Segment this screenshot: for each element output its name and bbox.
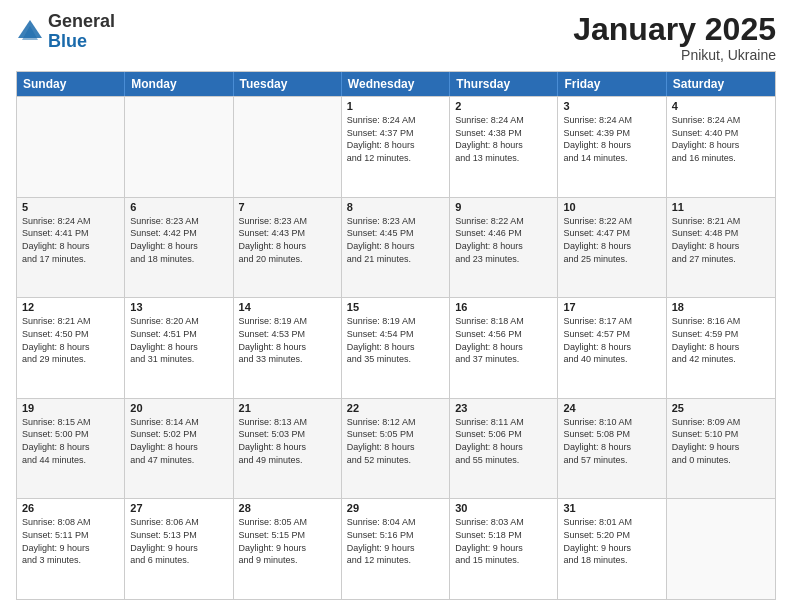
calendar-cell-1: 1Sunrise: 8:24 AM Sunset: 4:37 PM Daylig… xyxy=(342,97,450,197)
day-number: 25 xyxy=(672,402,770,414)
calendar: SundayMondayTuesdayWednesdayThursdayFrid… xyxy=(16,71,776,600)
cell-info: Sunrise: 8:19 AM Sunset: 4:53 PM Dayligh… xyxy=(239,315,336,365)
day-number: 22 xyxy=(347,402,444,414)
month-title: January 2025 xyxy=(573,12,776,47)
cell-info: Sunrise: 8:15 AM Sunset: 5:00 PM Dayligh… xyxy=(22,416,119,466)
calendar-row-2: 12Sunrise: 8:21 AM Sunset: 4:50 PM Dayli… xyxy=(17,297,775,398)
cell-info: Sunrise: 8:13 AM Sunset: 5:03 PM Dayligh… xyxy=(239,416,336,466)
calendar-cell-22: 22Sunrise: 8:12 AM Sunset: 5:05 PM Dayli… xyxy=(342,399,450,499)
calendar-cell-14: 14Sunrise: 8:19 AM Sunset: 4:53 PM Dayli… xyxy=(234,298,342,398)
calendar-cell-30: 30Sunrise: 8:03 AM Sunset: 5:18 PM Dayli… xyxy=(450,499,558,599)
calendar-cell-empty-0 xyxy=(17,97,125,197)
day-number: 31 xyxy=(563,502,660,514)
cell-info: Sunrise: 8:23 AM Sunset: 4:45 PM Dayligh… xyxy=(347,215,444,265)
calendar-cell-21: 21Sunrise: 8:13 AM Sunset: 5:03 PM Dayli… xyxy=(234,399,342,499)
cell-info: Sunrise: 8:10 AM Sunset: 5:08 PM Dayligh… xyxy=(563,416,660,466)
day-number: 6 xyxy=(130,201,227,213)
calendar-row-3: 19Sunrise: 8:15 AM Sunset: 5:00 PM Dayli… xyxy=(17,398,775,499)
header-day-wednesday: Wednesday xyxy=(342,72,450,96)
cell-info: Sunrise: 8:03 AM Sunset: 5:18 PM Dayligh… xyxy=(455,516,552,566)
day-number: 1 xyxy=(347,100,444,112)
header-day-monday: Monday xyxy=(125,72,233,96)
page: General Blue January 2025 Pnikut, Ukrain… xyxy=(0,0,792,612)
header-day-tuesday: Tuesday xyxy=(234,72,342,96)
calendar-cell-31: 31Sunrise: 8:01 AM Sunset: 5:20 PM Dayli… xyxy=(558,499,666,599)
calendar-cell-15: 15Sunrise: 8:19 AM Sunset: 4:54 PM Dayli… xyxy=(342,298,450,398)
calendar-cell-16: 16Sunrise: 8:18 AM Sunset: 4:56 PM Dayli… xyxy=(450,298,558,398)
calendar-cell-4: 4Sunrise: 8:24 AM Sunset: 4:40 PM Daylig… xyxy=(667,97,775,197)
calendar-cell-10: 10Sunrise: 8:22 AM Sunset: 4:47 PM Dayli… xyxy=(558,198,666,298)
day-number: 30 xyxy=(455,502,552,514)
calendar-cell-17: 17Sunrise: 8:17 AM Sunset: 4:57 PM Dayli… xyxy=(558,298,666,398)
day-number: 9 xyxy=(455,201,552,213)
day-number: 8 xyxy=(347,201,444,213)
cell-info: Sunrise: 8:12 AM Sunset: 5:05 PM Dayligh… xyxy=(347,416,444,466)
calendar-cell-empty-1 xyxy=(125,97,233,197)
calendar-cell-24: 24Sunrise: 8:10 AM Sunset: 5:08 PM Dayli… xyxy=(558,399,666,499)
calendar-cell-empty-2 xyxy=(234,97,342,197)
day-number: 13 xyxy=(130,301,227,313)
cell-info: Sunrise: 8:01 AM Sunset: 5:20 PM Dayligh… xyxy=(563,516,660,566)
day-number: 18 xyxy=(672,301,770,313)
cell-info: Sunrise: 8:18 AM Sunset: 4:56 PM Dayligh… xyxy=(455,315,552,365)
cell-info: Sunrise: 8:16 AM Sunset: 4:59 PM Dayligh… xyxy=(672,315,770,365)
cell-info: Sunrise: 8:24 AM Sunset: 4:41 PM Dayligh… xyxy=(22,215,119,265)
cell-info: Sunrise: 8:22 AM Sunset: 4:47 PM Dayligh… xyxy=(563,215,660,265)
calendar-cell-18: 18Sunrise: 8:16 AM Sunset: 4:59 PM Dayli… xyxy=(667,298,775,398)
header-day-thursday: Thursday xyxy=(450,72,558,96)
cell-info: Sunrise: 8:06 AM Sunset: 5:13 PM Dayligh… xyxy=(130,516,227,566)
calendar-cell-19: 19Sunrise: 8:15 AM Sunset: 5:00 PM Dayli… xyxy=(17,399,125,499)
cell-info: Sunrise: 8:08 AM Sunset: 5:11 PM Dayligh… xyxy=(22,516,119,566)
day-number: 28 xyxy=(239,502,336,514)
day-number: 20 xyxy=(130,402,227,414)
cell-info: Sunrise: 8:24 AM Sunset: 4:39 PM Dayligh… xyxy=(563,114,660,164)
calendar-cell-6: 6Sunrise: 8:23 AM Sunset: 4:42 PM Daylig… xyxy=(125,198,233,298)
day-number: 11 xyxy=(672,201,770,213)
day-number: 16 xyxy=(455,301,552,313)
day-number: 27 xyxy=(130,502,227,514)
cell-info: Sunrise: 8:23 AM Sunset: 4:42 PM Dayligh… xyxy=(130,215,227,265)
logo-text: General Blue xyxy=(48,12,115,52)
cell-info: Sunrise: 8:04 AM Sunset: 5:16 PM Dayligh… xyxy=(347,516,444,566)
calendar-cell-5: 5Sunrise: 8:24 AM Sunset: 4:41 PM Daylig… xyxy=(17,198,125,298)
calendar-cell-12: 12Sunrise: 8:21 AM Sunset: 4:50 PM Dayli… xyxy=(17,298,125,398)
day-number: 19 xyxy=(22,402,119,414)
day-number: 23 xyxy=(455,402,552,414)
calendar-body: 1Sunrise: 8:24 AM Sunset: 4:37 PM Daylig… xyxy=(17,96,775,599)
cell-info: Sunrise: 8:24 AM Sunset: 4:37 PM Dayligh… xyxy=(347,114,444,164)
day-number: 2 xyxy=(455,100,552,112)
day-number: 10 xyxy=(563,201,660,213)
cell-info: Sunrise: 8:24 AM Sunset: 4:38 PM Dayligh… xyxy=(455,114,552,164)
calendar-row-0: 1Sunrise: 8:24 AM Sunset: 4:37 PM Daylig… xyxy=(17,96,775,197)
day-number: 24 xyxy=(563,402,660,414)
calendar-cell-11: 11Sunrise: 8:21 AM Sunset: 4:48 PM Dayli… xyxy=(667,198,775,298)
calendar-cell-20: 20Sunrise: 8:14 AM Sunset: 5:02 PM Dayli… xyxy=(125,399,233,499)
logo-general-text: General xyxy=(48,11,115,31)
calendar-cell-27: 27Sunrise: 8:06 AM Sunset: 5:13 PM Dayli… xyxy=(125,499,233,599)
day-number: 29 xyxy=(347,502,444,514)
logo-blue-text: Blue xyxy=(48,31,87,51)
cell-info: Sunrise: 8:17 AM Sunset: 4:57 PM Dayligh… xyxy=(563,315,660,365)
calendar-cell-23: 23Sunrise: 8:11 AM Sunset: 5:06 PM Dayli… xyxy=(450,399,558,499)
day-number: 14 xyxy=(239,301,336,313)
calendar-cell-28: 28Sunrise: 8:05 AM Sunset: 5:15 PM Dayli… xyxy=(234,499,342,599)
calendar-cell-26: 26Sunrise: 8:08 AM Sunset: 5:11 PM Dayli… xyxy=(17,499,125,599)
calendar-cell-25: 25Sunrise: 8:09 AM Sunset: 5:10 PM Dayli… xyxy=(667,399,775,499)
calendar-cell-7: 7Sunrise: 8:23 AM Sunset: 4:43 PM Daylig… xyxy=(234,198,342,298)
header-day-sunday: Sunday xyxy=(17,72,125,96)
calendar-row-4: 26Sunrise: 8:08 AM Sunset: 5:11 PM Dayli… xyxy=(17,498,775,599)
day-number: 5 xyxy=(22,201,119,213)
cell-info: Sunrise: 8:23 AM Sunset: 4:43 PM Dayligh… xyxy=(239,215,336,265)
calendar-row-1: 5Sunrise: 8:24 AM Sunset: 4:41 PM Daylig… xyxy=(17,197,775,298)
calendar-cell-13: 13Sunrise: 8:20 AM Sunset: 4:51 PM Dayli… xyxy=(125,298,233,398)
logo: General Blue xyxy=(16,12,115,52)
calendar-cell-29: 29Sunrise: 8:04 AM Sunset: 5:16 PM Dayli… xyxy=(342,499,450,599)
day-number: 7 xyxy=(239,201,336,213)
header-day-friday: Friday xyxy=(558,72,666,96)
logo-icon xyxy=(16,18,44,46)
cell-info: Sunrise: 8:21 AM Sunset: 4:48 PM Dayligh… xyxy=(672,215,770,265)
cell-info: Sunrise: 8:22 AM Sunset: 4:46 PM Dayligh… xyxy=(455,215,552,265)
cell-info: Sunrise: 8:24 AM Sunset: 4:40 PM Dayligh… xyxy=(672,114,770,164)
cell-info: Sunrise: 8:11 AM Sunset: 5:06 PM Dayligh… xyxy=(455,416,552,466)
day-number: 3 xyxy=(563,100,660,112)
